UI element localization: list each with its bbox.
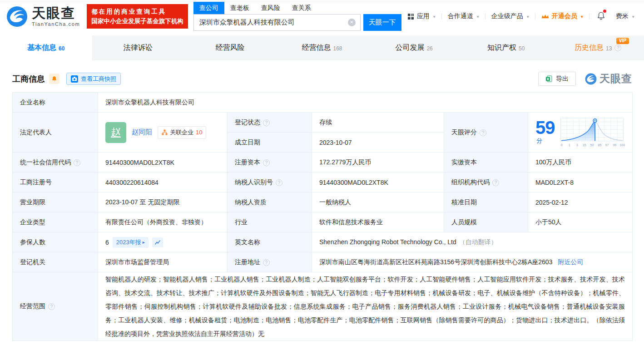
nav-vip-upgrade[interactable]: 开通会员 <box>535 12 589 20</box>
legal-rep-avatar[interactable]: 赵 <box>105 122 126 143</box>
search-tab-company[interactable]: 查公司 <box>193 2 224 14</box>
notifications-button[interactable] <box>590 11 610 22</box>
business-scope-value: 智能机器人的研发；智能机器人销售；工业机器人销售；工业机器人制造；人工智能双创服… <box>98 272 633 341</box>
industry-value: 软件和信息技术服务业 <box>312 212 444 232</box>
related-companies-label: 关联企业 <box>170 128 193 137</box>
nav-user-menu[interactable]: 费米 <box>610 12 640 20</box>
legal-rep-label: 法定代表人 <box>13 113 98 153</box>
table-row: 工商注册号 440300220614084 纳税人识别号 91440300MAD… <box>13 172 633 192</box>
notification-dot <box>603 10 606 13</box>
help-icon[interactable] <box>263 259 270 266</box>
svg-text:3: 3 <box>576 143 578 147</box>
help-icon[interactable] <box>614 44 621 51</box>
clear-search-icon[interactable]: × <box>348 19 356 26</box>
nav-enterprise[interactable]: 企业级产品 <box>485 12 535 20</box>
tab-label: 历史信息 <box>575 43 604 53</box>
table-row: 登记机关 深圳市市场监督管理局 注册地址 深圳市南山区粤海街道高新区社区科苑南路… <box>13 252 633 272</box>
help-icon[interactable] <box>492 179 499 186</box>
svg-text:99: 99 <box>613 143 617 147</box>
tab-basic-info[interactable]: 基本信息 60 <box>0 35 92 60</box>
tab-legal-proceedings[interactable]: 法律诉讼 <box>92 35 184 60</box>
tab-history-info[interactable]: VIP 历史信息 13 <box>552 35 644 60</box>
credit-code-label: 统一社会信用代码 <box>13 153 98 172</box>
reg-status-value: 存续 <box>312 113 444 133</box>
table-row: 统一社会信用代码 91440300MAD0L2XT8K 注册资本 172.277… <box>13 153 633 172</box>
svg-text:85: 85 <box>598 143 602 147</box>
table-row: 参保人数 6 2023年报 英文名称 Shenzhen Zhongqing Ro… <box>13 232 633 252</box>
search-button[interactable]: 天眼一下 <box>363 14 401 31</box>
trend-chart-button[interactable] <box>152 237 163 247</box>
tab-business-info[interactable]: 经营信息 168 <box>276 35 368 60</box>
business-registration-table: 企业名称 深圳市众擎机器人科技有限公司 法定代表人 赵 赵同阳 <box>12 92 633 341</box>
paid-capital-value: 100万人民币 <box>528 153 633 172</box>
legal-rep-name-link[interactable]: 赵同阳 <box>132 128 152 137</box>
tab-label: 经营风险 <box>215 43 244 53</box>
tab-count: 50 <box>519 45 525 52</box>
staff-size-label: 人员规模 <box>444 212 528 232</box>
svg-text:100: 100 <box>619 143 625 147</box>
search-tabs: 查公司 查老板 查风险 查关系 <box>193 2 401 14</box>
annual-report-badge[interactable]: 2023年报 <box>113 237 149 248</box>
watermark-logo-icon <box>585 73 597 85</box>
nearby-companies-link[interactable]: 附近公司 <box>558 258 583 266</box>
svg-text:50: 50 <box>590 143 594 147</box>
nav-enterprise-label: 企业级产品 <box>491 12 523 20</box>
search-tab-boss[interactable]: 查老板 <box>224 2 255 14</box>
tab-intellectual-property[interactable]: 知识产权 50 <box>460 35 552 60</box>
tab-label: 经营信息 <box>302 43 331 53</box>
score-axis-labels: 0 1 3 15 50 85 97 99 100 <box>561 143 625 147</box>
help-icon[interactable] <box>74 159 80 166</box>
svg-text:15: 15 <box>583 143 586 147</box>
tab-count: 60 <box>59 45 64 52</box>
section-title: 工商信息 <box>12 74 45 84</box>
business-term-label: 营业期限 <box>13 192 98 212</box>
export-button[interactable]: 导出 <box>538 72 576 86</box>
nav-partner[interactable]: 合作通道 <box>442 12 485 20</box>
tab-label: 公司发展 <box>395 43 424 53</box>
table-row: 法定代表人 赵 赵同阳 关联企业 10 <box>13 113 633 133</box>
nav-apps[interactable]: 应用 <box>401 12 441 20</box>
business-term-value: 2023-10-07 至 无固定期限 <box>98 192 228 212</box>
help-icon[interactable] <box>480 129 486 136</box>
search-tab-risk[interactable]: 查风险 <box>255 2 286 14</box>
slogan-line-1: 都在用的商业查询工具 <box>91 7 183 16</box>
help-icon[interactable] <box>276 179 282 186</box>
tab-company-development[interactable]: 公司发展 26 <box>368 35 460 60</box>
business-scope-label: 经营范围 <box>13 272 98 341</box>
tab-operation-risk[interactable]: 经营风险 <box>184 35 276 60</box>
related-companies-count: 10 <box>196 129 202 136</box>
top-nav: 应用 合作通道 企业级产品 开通会员 <box>401 11 640 22</box>
watermark-brand-text: 天眼查 <box>599 72 632 86</box>
brand-domain: TianYanCha.com <box>32 22 80 27</box>
auto-translate-note: （自动翻译） <box>459 238 497 246</box>
tianyancha-logo-icon <box>6 6 28 27</box>
related-companies-badge[interactable]: 关联企业 10 <box>158 126 206 139</box>
table-row: 企业类型 有限责任公司（外商投资、非独资） 行业 软件和信息技术服务业 人员规模… <box>13 212 633 232</box>
legal-rep-cell: 赵 赵同阳 关联企业 10 <box>98 113 228 153</box>
score-unit: 分 <box>536 137 542 144</box>
slogan-line-2: 国家中小企业发展子基金旗下机构 <box>91 16 183 26</box>
tianyan-score-cell[interactable]: 59分 <box>528 113 633 153</box>
snapshot-button[interactable]: 查看工商快照 <box>66 73 121 85</box>
help-icon[interactable] <box>48 303 55 310</box>
insured-count-label: 参保人数 <box>13 232 98 252</box>
establish-date-value: 2023-10-07 <box>312 133 444 153</box>
reg-capital-value: 172.2779万人民币 <box>312 153 444 172</box>
monitor-bell-icon[interactable] <box>49 74 59 84</box>
svg-text:97: 97 <box>605 143 609 147</box>
tab-label: 法律诉讼 <box>124 43 153 53</box>
reg-address-label: 注册地址 <box>228 252 312 272</box>
brand-logo[interactable]: 天眼查 TianYanCha.com <box>6 6 80 27</box>
slogan-banner: 都在用的商业查询工具 国家中小企业发展子基金旗下机构 <box>87 4 188 29</box>
taxpayer-id-value: 91440300MAD0L2XT8K <box>312 172 444 192</box>
brand-name: 天眼查 <box>32 6 80 20</box>
org-code-label: 组织机构代码 <box>444 172 528 192</box>
search-tab-relation[interactable]: 查关系 <box>286 2 317 14</box>
search-input[interactable] <box>193 14 361 31</box>
help-icon[interactable] <box>263 159 270 166</box>
tab-count: 13 <box>606 45 612 52</box>
company-type-label: 企业类型 <box>13 212 98 232</box>
nav-partner-label: 合作通道 <box>448 12 473 20</box>
help-icon[interactable] <box>263 119 270 126</box>
taxpayer-quality-label: 纳税人资质 <box>228 192 312 212</box>
